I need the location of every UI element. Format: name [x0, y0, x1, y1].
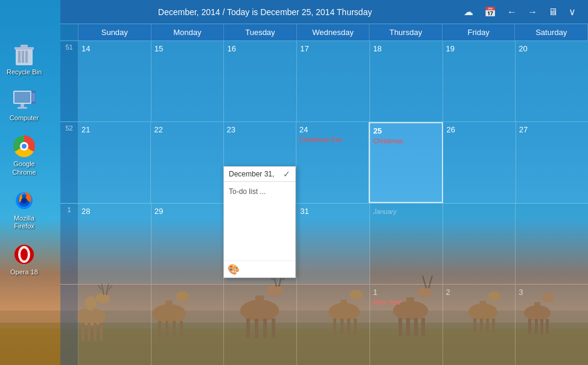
days-of-week-header: Sunday Monday Tuesday Wednesday Thursday…: [78, 24, 588, 40]
calendar-week-51: 51 14 15 16 17 18 19 20: [60, 40, 588, 121]
calendar-week-1: 1 28 29 30 31 January: [60, 203, 588, 284]
forward-icon[interactable]: →: [525, 5, 540, 19]
cloud-icon[interactable]: ☁: [461, 5, 476, 19]
svg-rect-70: [21, 104, 24, 107]
cell-dec-27[interactable]: 27: [516, 122, 588, 202]
friday-header: Friday: [443, 24, 516, 40]
cell-dec-19[interactable]: 19: [443, 41, 516, 121]
svg-rect-73: [32, 93, 35, 102]
opera-label: Opera 18: [10, 268, 38, 276]
cell-jan-2[interactable]: 2: [443, 285, 516, 365]
calendar-header: December, 2014 / Today is December 25, 2…: [60, 0, 588, 24]
cell-dec-21[interactable]: 21: [78, 122, 151, 202]
popup-paint-icon[interactable]: 🎨: [228, 263, 240, 275]
event-popup[interactable]: December 31, ✓ To-do list ... 🎨: [223, 166, 296, 278]
calendar-week-52: 52 21 22 23 24 Christmas Eve 25 Christma…: [60, 121, 588, 202]
tuesday-header: Tuesday: [224, 24, 297, 40]
popup-todo-text[interactable]: To-do list ...: [229, 187, 266, 196]
chrome-image: [12, 134, 36, 158]
week-51-number: 51: [60, 41, 78, 121]
computer-image: [12, 88, 36, 112]
svg-rect-64: [22, 51, 24, 63]
back-icon[interactable]: ←: [504, 5, 520, 19]
svg-point-76: [21, 198, 27, 204]
cell-dec-16[interactable]: 16: [224, 41, 297, 121]
week-last-number: [60, 285, 78, 365]
cell-dec-24[interactable]: 24 Christmas Eve: [296, 122, 369, 202]
wednesday-header: Wednesday: [297, 24, 370, 40]
svg-rect-67: [21, 45, 28, 48]
cell-dec-18[interactable]: 18: [370, 41, 443, 121]
saturday-header: Saturday: [515, 24, 588, 40]
cell-dec-14[interactable]: 14: [78, 41, 152, 121]
cell-dec-26[interactable]: 26: [443, 122, 516, 202]
new-year-event[interactable]: New Year: [373, 299, 439, 306]
dropdown-icon[interactable]: ∨: [566, 5, 579, 19]
mozilla-firefox-icon[interactable]: Mozilla Firefox: [6, 189, 42, 230]
thursday-header: Thursday: [369, 24, 443, 40]
svg-rect-71: [18, 107, 27, 109]
svg-rect-69: [14, 92, 30, 103]
week-1-number: 1: [60, 204, 78, 284]
computer-label: Computer: [10, 114, 39, 122]
christmas-event[interactable]: Christmas: [373, 137, 439, 144]
cell-empty-3: [224, 285, 297, 365]
cell-empty-2: [152, 285, 225, 365]
opera-icon[interactable]: Opera 18: [6, 242, 42, 276]
mozilla-firefox-label: Mozilla Firefox: [6, 215, 42, 230]
cell-dec-31[interactable]: 31: [297, 204, 370, 284]
google-chrome-label: Google Chrome: [6, 160, 42, 176]
monday-header: Monday: [152, 24, 225, 40]
calendar-icon[interactable]: 📅: [481, 5, 499, 19]
svg-rect-63: [18, 51, 21, 63]
cell-jan-empty-2: [516, 204, 588, 284]
cell-dec-15[interactable]: 15: [152, 41, 225, 121]
sunday-header: Sunday: [78, 24, 152, 40]
recycle-bin-image: [12, 42, 36, 66]
cell-dec-17[interactable]: 17: [297, 41, 370, 121]
cell-empty-1: [78, 285, 152, 365]
christmas-eve-event[interactable]: Christmas Eve: [299, 136, 365, 143]
cell-january-label: January: [370, 204, 443, 284]
desktop-icons-panel: Recycle Bin Computer Google Chrome: [0, 36, 48, 282]
calendar-nav-icons: ☁ 📅 ← → 🖥 ∨: [461, 5, 579, 19]
cell-dec-29[interactable]: 29: [152, 204, 225, 284]
calendar-widget: December, 2014 / Today is December 25, 2…: [60, 0, 588, 365]
cell-jan-1[interactable]: 1 New Year: [370, 285, 443, 365]
cell-empty-4: [297, 285, 370, 365]
calendar-row-last: 1 New Year 2 3: [60, 284, 588, 365]
recycle-bin-label: Recycle Bin: [7, 68, 42, 76]
popup-body: To-do list ...: [224, 182, 295, 260]
popup-title: December 31,: [229, 170, 274, 178]
firefox-image: [12, 189, 36, 213]
recycle-bin-icon[interactable]: Recycle Bin: [6, 42, 42, 76]
popup-close-button[interactable]: ✓: [283, 169, 290, 179]
calendar-title: December, 2014 / Today is December 25, 2…: [69, 7, 461, 17]
week-52-number: 52: [60, 122, 78, 202]
google-chrome-icon[interactable]: Google Chrome: [6, 134, 42, 176]
cell-dec-25-today[interactable]: 25 Christmas: [369, 122, 443, 202]
popup-footer: 🎨: [224, 260, 295, 277]
opera-image: [12, 242, 36, 266]
cell-jan-3[interactable]: 3: [516, 285, 588, 365]
computer-icon[interactable]: Computer: [6, 88, 42, 122]
cell-dec-28[interactable]: 28: [78, 204, 152, 284]
screen-icon[interactable]: 🖥: [545, 5, 561, 19]
cell-jan-empty-1: [443, 204, 516, 284]
calendar-grid: 51 14 15 16 17 18 19 20 52 21 22 23 24 C…: [60, 40, 588, 365]
cell-dec-20[interactable]: 20: [516, 41, 588, 121]
cell-dec-22[interactable]: 22: [151, 122, 223, 202]
popup-header: December 31, ✓: [224, 167, 295, 182]
svg-rect-65: [25, 51, 28, 63]
